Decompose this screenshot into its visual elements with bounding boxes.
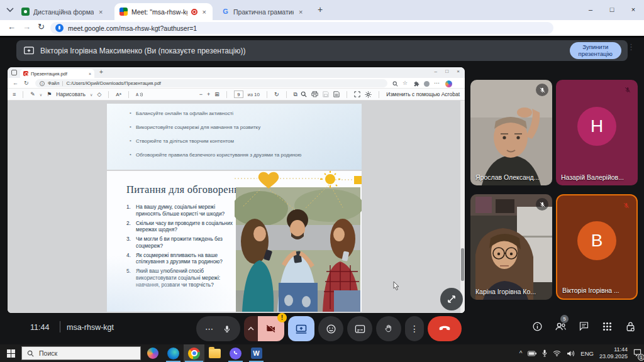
profile-avatar[interactable] [424,81,430,87]
tab-meet[interactable]: Meet: "msa-rhsw-kgt" × [114,3,213,20]
start-button[interactable] [0,344,21,362]
word-icon[interactable]: W [246,344,267,362]
taskbar-clock[interactable]: 11:44 23.09.2025 [599,346,628,361]
participant-tile-nazariy[interactable]: Н Назарій Валерійов... [556,80,638,185]
language-indicator[interactable]: ENG [580,350,594,357]
new-tab-icon[interactable]: + [99,69,103,75]
close-icon[interactable]: × [457,69,460,74]
file-address[interactable]: i Файл C:/Users/Юрий/Downloads/Презентац… [35,79,387,87]
camera-off-button[interactable]: ! [258,316,284,341]
forward-icon[interactable]: → [23,22,31,31]
close-icon[interactable]: × [297,8,304,16]
edge-icon[interactable] [163,344,184,362]
stop-presenting-button[interactable]: Зупинити презентацію [570,42,622,59]
scrollbar-thumb[interactable] [461,248,464,281]
file-badge: Файл [48,80,59,86]
read-aloud-icon[interactable]: A [136,92,143,97]
classroom-favicon [21,8,30,16]
eraser-icon[interactable]: ◇ [97,91,101,97]
microphone-icon[interactable] [223,324,231,333]
reload-icon[interactable]: ↻ [38,22,45,31]
chevron-down-icon[interactable]: ∨ [40,92,42,97]
add-text-icon[interactable]: Aᵃ [116,92,121,97]
mic-control-group[interactable]: ⋯ [196,316,240,341]
print-icon[interactable] [311,91,318,97]
minimize-icon[interactable]: – [435,69,437,74]
edit-with-acrobat-button[interactable]: Изменить с помощью Acrobat [386,91,460,97]
page-number-input[interactable]: 9 [234,90,243,98]
more-options-button[interactable]: ⋮ [405,316,424,341]
reload-icon[interactable]: ↻ [24,80,29,86]
file-explorer-icon[interactable] [204,344,225,362]
highlight-icon[interactable]: ✎ [30,91,35,97]
fullscreen-icon[interactable] [354,91,360,97]
viber-icon[interactable] [225,344,246,362]
page-view-icon[interactable]: ⧉ [294,91,297,98]
end-call-button[interactable] [428,316,462,341]
hidden-icons-chevron[interactable]: ^ [519,350,523,357]
zoom-in-icon[interactable]: + [207,91,210,97]
battery-icon[interactable] [528,351,536,356]
mic-muted-icon [536,198,548,211]
gear-icon[interactable] [365,91,372,98]
tab-grammar[interactable]: G Практична граматика англій × [216,3,312,20]
maximize-button[interactable]: □ [601,0,623,19]
host-controls-button[interactable] [624,320,636,332]
zoom-out-icon[interactable]: − [199,91,203,97]
scrollbar[interactable] [460,101,465,313]
minimize-button[interactable]: – [580,0,601,19]
volume-icon[interactable] [567,350,575,357]
pdf-tab[interactable]: Презентация.pdf × [20,69,94,78]
close-icon[interactable]: × [89,72,91,76]
fit-page-icon[interactable]: ⊞ [214,91,219,97]
raise-hand-button[interactable] [376,316,401,341]
draw-icon[interactable]: ⚑ [47,91,52,97]
bullet-item: Використовуйте соцмережі для навчання та… [130,124,362,130]
expand-presentation-button[interactable] [440,288,463,310]
shared-pdf-window: Презентация.pdf × + – □ × ← ↻ i Файл C:/… [8,67,465,313]
new-tab-button[interactable]: + [314,4,326,16]
toc-icon[interactable]: ≡ [13,91,16,97]
captions-button[interactable] [347,316,372,341]
address-bar[interactable]: meet.google.com/msa-rhsw-kgt?authuser=1 [50,22,553,34]
meeting-details-button[interactable] [531,320,543,332]
chevron-down-icon[interactable]: ∨ [90,92,92,97]
close-icon[interactable]: × [201,8,208,16]
maximize-icon[interactable]: □ [445,69,448,74]
microphone-tray-icon[interactable] [542,349,547,357]
close-window-button[interactable]: × [623,0,644,19]
browser-menu-icon[interactable]: ⋮ [627,42,635,52]
camera-options-button[interactable] [244,316,258,341]
activities-grid-button[interactable] [601,320,613,332]
rotate-icon[interactable]: ↻ [274,91,279,97]
back-icon[interactable]: ← [13,80,18,86]
chat-button[interactable] [577,320,590,332]
participant-tile-yaroslav[interactable]: Ярослав Олександ... [470,80,552,185]
search-icon[interactable] [392,81,398,87]
chrome-icon[interactable] [184,344,204,362]
search-document-icon[interactable] [301,91,307,97]
taskbar-search-box[interactable]: Поиск [21,346,141,360]
present-now-button-active[interactable] [288,316,314,341]
copilot-icon[interactable] [142,344,163,362]
reactions-button[interactable] [318,316,343,341]
participant-tile-karina[interactable]: Каріна Ігорівна Ко... [470,194,552,300]
save-icon[interactable] [323,91,329,97]
extensions-icon[interactable] [414,81,419,87]
participants-button[interactable]: 5 [554,320,567,332]
favorites-star-icon[interactable]: ☆ [402,80,408,86]
settings-menu-icon[interactable]: ⋯ [434,80,440,86]
action-center-button[interactable]: 1 [633,348,641,359]
back-icon[interactable]: ← [8,22,16,31]
save-as-icon[interactable] [333,91,340,97]
participant-tile-viktoria-active-speaker[interactable]: В Вікторія Ігорівна ... [556,194,638,300]
question-item: 4.Як соцмережі впливають на ваше спілкув… [126,252,241,266]
copilot-icon[interactable] [445,80,452,87]
draw-label[interactable]: Нарисовать [56,91,86,97]
wifi-icon[interactable] [553,350,561,356]
mic-options-icon[interactable]: ⋯ [205,324,214,334]
close-icon[interactable]: × [97,8,104,16]
tab-search-icon[interactable] [6,8,14,13]
tab-classroom[interactable]: Дистанційна форма навчанн × [16,3,113,20]
tab-layout-icon[interactable] [11,70,17,75]
